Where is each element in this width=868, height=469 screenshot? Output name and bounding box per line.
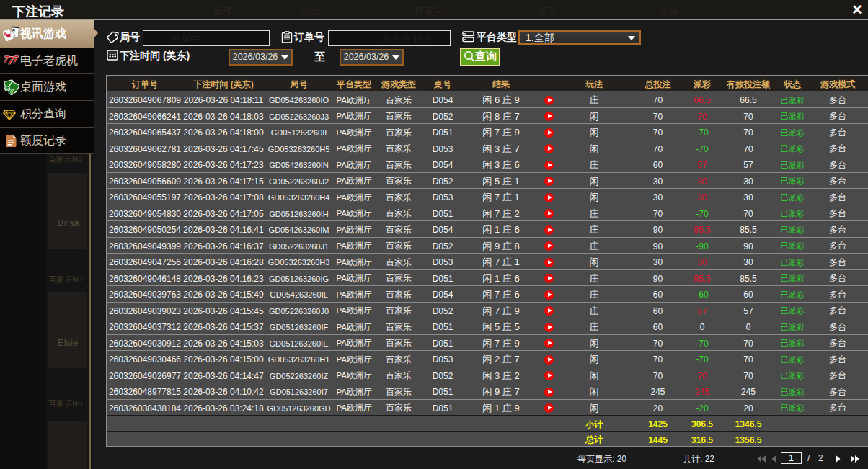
svg-text:0: 0 <box>10 89 13 94</box>
svg-text:%: % <box>5 87 9 91</box>
svg-text:9: 9 <box>12 28 15 33</box>
